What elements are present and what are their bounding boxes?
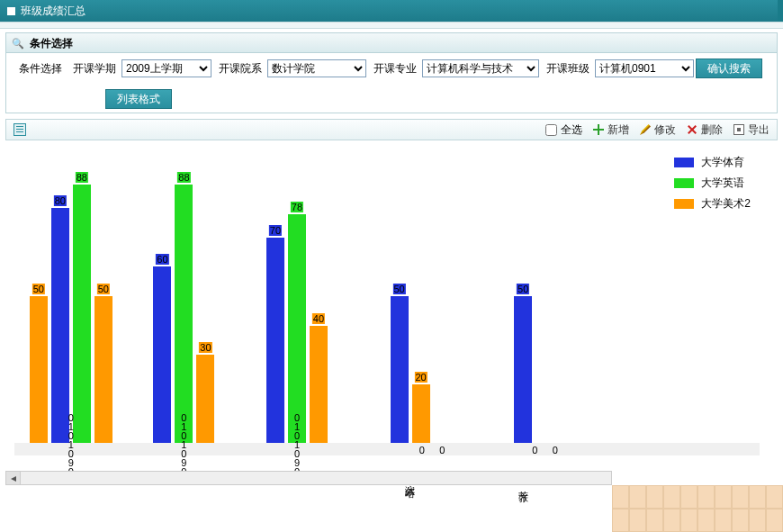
window-titlebar: 班级成绩汇总	[0, 0, 783, 22]
select-all-label: 全选	[561, 122, 582, 138]
bar-value-label: 60	[156, 254, 168, 265]
legend-label: 大学英语	[701, 176, 744, 191]
legend-swatch	[674, 178, 694, 188]
window-icon	[7, 7, 15, 15]
chart-groups: 5080885001010901608830010109017078400101…	[14, 149, 580, 443]
chart-bar: 78	[288, 214, 306, 443]
bar-value-label: 50	[517, 284, 529, 294]
chart-bar: 88	[175, 185, 193, 443]
filter-panel: 🔍 条件选择 条件选择 开课学期 2009上学期 开课院系 数计学院 开课专业 …	[5, 32, 778, 113]
chart-bar: 60	[153, 266, 171, 443]
class-select[interactable]: 计算机0901	[595, 59, 694, 77]
legend-item: 大学英语	[674, 176, 751, 191]
action-toolbar: 全选 新增 修改 删除 导出	[5, 119, 778, 140]
filter-panel-title: 条件选择	[30, 33, 73, 53]
chart-group: 5080885001010901	[14, 149, 128, 443]
chart-bar: 88	[73, 185, 91, 443]
filter-panel-header: 🔍 条件选择	[6, 33, 777, 53]
delete-icon	[687, 124, 698, 135]
legend-swatch	[674, 199, 694, 209]
chart-bar: 50	[514, 296, 532, 443]
major-select[interactable]: 计算机科学与技术	[422, 59, 539, 77]
zero-marker: 0	[532, 445, 537, 455]
dept-select[interactable]: 数计学院	[267, 59, 366, 77]
watermark-grid	[612, 485, 783, 532]
bar-value-label: 80	[54, 195, 67, 206]
legend-item: 大学体育	[674, 155, 751, 170]
bar-value-label: 88	[177, 172, 190, 183]
chart-group: 5020哈尔滨200	[354, 149, 467, 443]
bar-value-label: 50	[97, 284, 110, 294]
bar-value-label: 30	[199, 342, 212, 353]
legend-item: 大学美术2	[674, 196, 751, 212]
filter-label-term: 开课学期	[73, 61, 116, 77]
legend-swatch	[674, 158, 694, 167]
bar-value-label: 40	[312, 313, 325, 324]
zero-marker: 0	[419, 445, 425, 455]
chart-group: 60883001010901	[128, 149, 241, 443]
search-button[interactable]: 确认搜索	[696, 59, 762, 78]
zero-marker: 0	[439, 445, 445, 455]
bar-value-label: 20	[414, 372, 427, 383]
plus-icon	[593, 124, 604, 135]
legend-label: 大学美术2	[701, 196, 751, 212]
chart-group: 50张芳00	[466, 149, 580, 443]
chart-bar: 50	[391, 296, 409, 443]
horizontal-scrollbar[interactable]: ◂	[5, 471, 612, 485]
grid-icon[interactable]	[14, 123, 26, 136]
chart-area: 5080885001010901608830010109017078400101…	[5, 146, 778, 506]
export-button[interactable]: 导出	[734, 122, 770, 138]
bar-value-label: 50	[32, 284, 45, 294]
filter-panel-body: 条件选择 开课学期 2009上学期 开课院系 数计学院 开课专业 计算机科学与技…	[6, 53, 777, 113]
pencil-icon	[640, 124, 651, 135]
legend-label: 大学体育	[701, 155, 744, 170]
select-all-checkbox[interactable]	[545, 124, 557, 136]
list-format-button[interactable]: 列表格式	[105, 89, 172, 109]
chart-bar: 80	[51, 208, 69, 443]
bar-value-label: 50	[392, 284, 405, 294]
filter-label-major: 开课专业	[374, 61, 417, 77]
chart-bar: 50	[94, 296, 112, 443]
filter-label-class: 开课班级	[546, 61, 590, 77]
term-select[interactable]: 2009上学期	[122, 59, 212, 77]
chart-baseline	[14, 443, 760, 455]
bar-value-label: 70	[269, 225, 282, 236]
bar-value-label: 88	[76, 172, 88, 183]
delete-button[interactable]: 删除	[687, 122, 723, 138]
titlebar-divider	[0, 22, 783, 29]
chart-bar: 20	[412, 384, 430, 443]
scroll-track[interactable]	[21, 472, 611, 484]
window-title: 班级成绩汇总	[21, 0, 86, 22]
bar-value-label: 78	[291, 202, 303, 212]
chart-bar: 40	[310, 326, 328, 443]
chart-bar: 70	[266, 238, 284, 443]
filter-label-main: 条件选择	[19, 61, 62, 77]
chart-group: 70784001010901	[240, 149, 354, 443]
filter-label-dept: 开课院系	[219, 61, 262, 77]
chart-plot: 5080885001010901608830010109017078400101…	[14, 149, 760, 455]
scroll-left-arrow[interactable]: ◂	[6, 472, 21, 484]
chart-bar: 30	[196, 355, 214, 443]
edit-button[interactable]: 修改	[640, 122, 676, 138]
zero-marker: 0	[553, 445, 558, 455]
add-button[interactable]: 新增	[593, 122, 629, 138]
export-icon	[734, 124, 744, 135]
search-icon: 🔍	[12, 33, 24, 53]
chart-bar: 50	[30, 296, 48, 443]
chart-legend: 大学体育大学英语大学美术2	[674, 155, 751, 217]
